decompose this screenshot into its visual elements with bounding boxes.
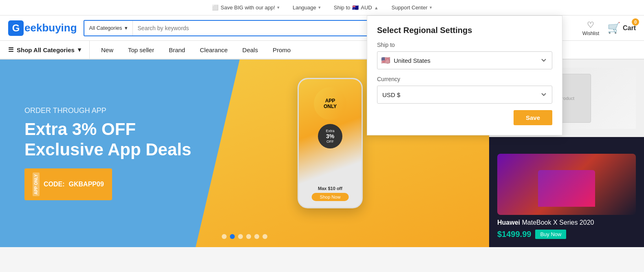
ship-to-label: Ship to — [377, 42, 552, 48]
country-select[interactable]: United States — [377, 51, 552, 69]
popup-title: Select Regional Settings — [377, 26, 552, 35]
save-button[interactable]: Save — [514, 110, 552, 125]
popup-actions: Save — [377, 110, 552, 125]
popup-overlay: Select Regional Settings Ship to 🇺🇸 Unit… — [0, 0, 644, 272]
regional-popup: Select Regional Settings Ship to 🇺🇸 Unit… — [367, 15, 562, 135]
currency-select[interactable]: USD $ — [377, 86, 552, 104]
country-select-wrapper: 🇺🇸 United States — [377, 51, 552, 69]
currency-label: Currency — [377, 76, 552, 82]
currency-select-wrapper: USD $ — [377, 86, 552, 104]
